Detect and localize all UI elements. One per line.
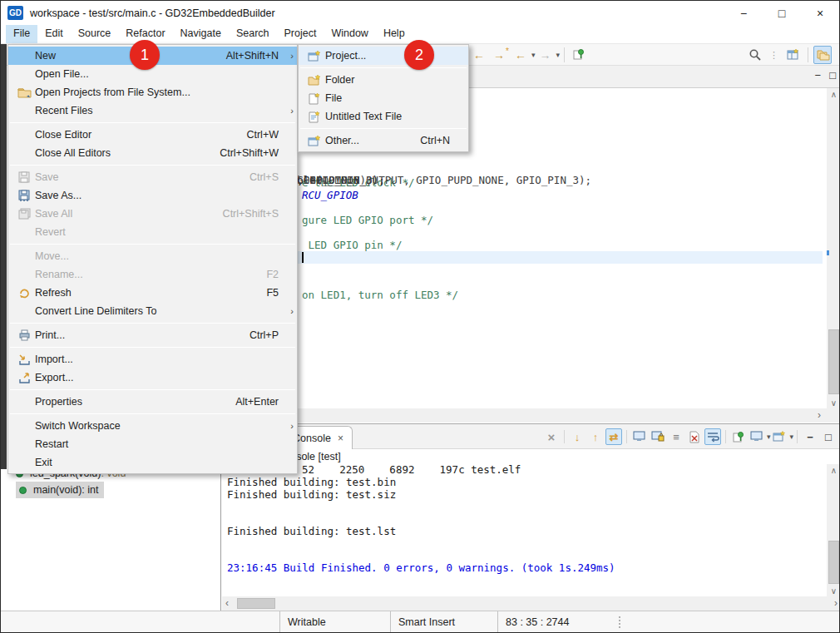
menu-item-import[interactable]: Import... [8, 350, 297, 368]
new-other-icon [304, 135, 325, 147]
back-icon[interactable]: ← [511, 46, 530, 64]
menu-item-close-editor[interactable]: Close EditorCtrl+W [8, 126, 297, 144]
submenu-arrow-icon: › [285, 106, 294, 116]
search-icon[interactable] [746, 46, 764, 64]
submenu-item-untitled-text-file-label: Untitled Text File [325, 111, 450, 122]
console-maximize-icon[interactable]: □ [820, 428, 837, 445]
step-1-badge: 1 [130, 40, 160, 70]
step-2-badge: 2 [404, 40, 434, 70]
menu-item-switch-workspace[interactable]: Switch Workspace› [8, 417, 297, 435]
menubar-item-project[interactable]: Project [277, 25, 324, 43]
shortcut-label: Alt+Shift+N [226, 50, 279, 62]
menubar-item-window[interactable]: Window [324, 25, 375, 43]
menu-item-recent-files-label: Recent Files [35, 105, 279, 116]
print-icon [13, 329, 35, 341]
last-edit-location-icon[interactable]: ← [470, 46, 488, 64]
menu-item-rename-label: Rename... [35, 269, 266, 280]
open-perspective-icon[interactable] [784, 46, 803, 64]
submenu-arrow-icon: › [285, 421, 294, 431]
editor-minimize-icon[interactable]: − [815, 69, 822, 82]
open-console-icon-dropdown[interactable]: ▾ [789, 433, 793, 441]
menu-item-open-file[interactable]: Open File... [8, 65, 297, 83]
submenu-item-other-label: Other... [325, 135, 420, 146]
show-stdout-icon[interactable] [631, 428, 648, 445]
menu-item-restart[interactable]: Restart [8, 435, 297, 453]
menu-item-recent-files[interactable]: Recent Files› [8, 101, 297, 120]
minimize-button[interactable]: − [724, 1, 763, 25]
display-console-icon-dropdown[interactable]: ▾ [767, 433, 771, 441]
menu-item-export[interactable]: Export... [8, 368, 297, 387]
import-icon [13, 354, 35, 365]
new-textfile-icon [304, 111, 325, 123]
console-output[interactable]: 52 2250 6892 197c test.elfFinished build… [224, 464, 823, 596]
scroll-to-next-icon[interactable]: ↓ [569, 428, 586, 445]
editor-vertical-scrollbar[interactable]: ∧ ∨ [827, 88, 840, 409]
pin-console-icon[interactable] [730, 428, 747, 445]
console-horizontal-scrollbar[interactable]: ‹ › [222, 596, 840, 611]
scroll-lock-icon[interactable]: ≡ [668, 428, 684, 445]
save-as-icon [13, 190, 35, 201]
menu-item-move-label: Move... [35, 250, 279, 262]
menu-item-save-all-label: Save All [35, 208, 223, 220]
editor-horizontal-scrollbar[interactable]: › [222, 408, 840, 423]
menu-item-revert-label: Revert [35, 226, 279, 238]
menu-item-refresh[interactable]: RefreshF5 [8, 284, 297, 302]
submenu-item-project[interactable]: Project... [299, 47, 468, 65]
cpp-perspective-icon[interactable] [813, 46, 832, 64]
shortcut-label: F5 [266, 287, 279, 299]
console-panel: Console × ×↓↑⇄≡▾▾−□ CDT Build Console [t… [222, 423, 840, 611]
clear-console-icon[interactable] [686, 428, 703, 445]
menu-item-print[interactable]: Print...Ctrl+P [8, 326, 297, 344]
open-console-icon[interactable] [771, 428, 788, 445]
console-tab-close-icon[interactable]: × [338, 433, 343, 444]
editor-maximize-icon[interactable]: □ [829, 69, 836, 82]
title-bar: GD workspace - test/src/main.c - GD32Emb… [1, 1, 839, 25]
forward-icon[interactable]: → [536, 46, 554, 64]
close-button[interactable]: × [801, 1, 839, 25]
menubar-item-file[interactable]: File [6, 25, 37, 43]
method-icon [19, 487, 27, 494]
forward-icon-dropdown[interactable]: ▾ [556, 51, 560, 59]
refresh-icon [13, 287, 35, 299]
submenu-item-untitled-text-file[interactable]: Untitled Text File [299, 107, 468, 126]
window-title: workspace - test/src/main.c - GD32Embedd… [30, 7, 275, 19]
file-menu: NewAlt+Shift+N›Open File...Open Projects… [7, 44, 298, 474]
remove-launch-icon[interactable]: × [543, 428, 560, 445]
menu-item-properties[interactable]: PropertiesAlt+Enter [8, 393, 297, 411]
menu-item-revert: Revert [8, 223, 297, 241]
menubar-item-navigate[interactable]: Navigate [173, 25, 229, 43]
console-vertical-scrollbar[interactable]: ∧ ∨ [827, 464, 840, 597]
back-icon-dropdown[interactable]: ▾ [531, 51, 536, 59]
outline-item-main[interactable]: main(void) : int [1, 482, 104, 498]
maximize-button[interactable]: □ [763, 1, 801, 25]
save-all-disabled-icon [13, 208, 35, 220]
menu-item-close-all-editors[interactable]: Close All EditorsCtrl+Shift+W [8, 144, 297, 162]
menu-item-save-as[interactable]: Save As... [8, 186, 297, 205]
shortcut-label: Ctrl+P [250, 329, 279, 341]
menubar-item-source[interactable]: Source [71, 25, 119, 43]
menu-item-exit[interactable]: Exit [8, 453, 297, 472]
menu-item-export-label: Export... [35, 372, 279, 383]
menu-item-restart-label: Restart [35, 438, 279, 450]
show-output-changes-icon[interactable]: ⇄ [605, 428, 622, 445]
menubar-item-search[interactable]: Search [229, 25, 277, 43]
menu-item-save-as-label: Save As... [35, 190, 279, 201]
submenu-item-folder[interactable]: Folder [299, 71, 468, 89]
outline-item-label: main(void) [33, 484, 82, 496]
menubar-item-help[interactable]: Help [376, 25, 413, 43]
console-line: Finished building: test.siz [224, 489, 823, 502]
menu-item-refresh-label: Refresh [35, 287, 266, 299]
scroll-to-previous-icon[interactable]: ↑ [587, 428, 604, 445]
shortcut-label: Ctrl+N [420, 135, 450, 146]
word-wrap-icon[interactable] [704, 428, 721, 445]
submenu-item-other[interactable]: Other...Ctrl+N [299, 131, 468, 150]
menu-item-open-projects[interactable]: Open Projects from File System... [8, 83, 297, 101]
menu-item-convert-line-delimiters[interactable]: Convert Line Delimiters To› [8, 302, 297, 320]
submenu-item-file[interactable]: File [299, 89, 468, 107]
show-stderr-icon[interactable] [650, 428, 666, 445]
new-project-icon [304, 50, 325, 62]
display-console-icon[interactable] [749, 428, 765, 445]
pin-editor-icon[interactable] [570, 46, 588, 64]
menubar-item-edit[interactable]: Edit [37, 25, 71, 43]
console-minimize-icon[interactable]: − [802, 428, 818, 445]
